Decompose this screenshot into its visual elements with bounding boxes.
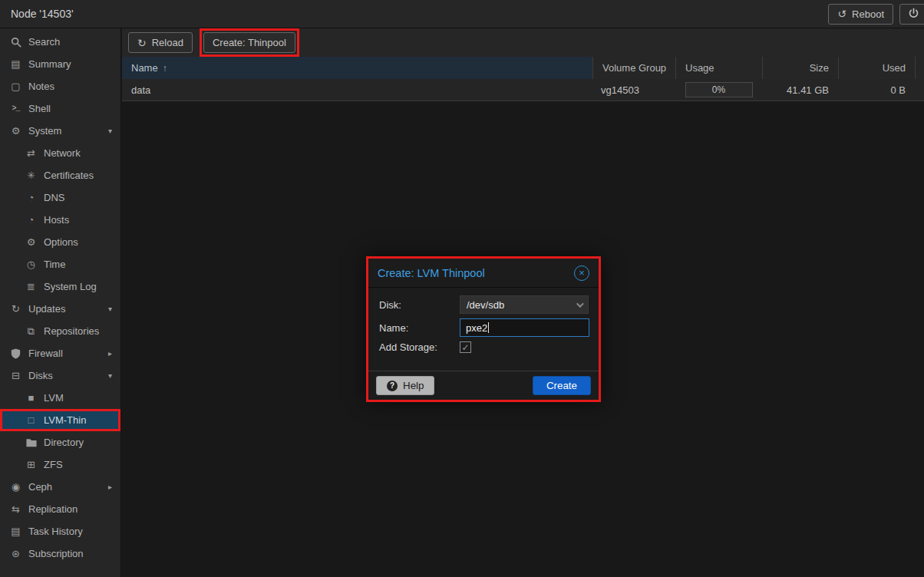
sidebar-item-summary[interactable]: ▤Summary — [0, 53, 120, 75]
sidebar-item-label: Ceph — [28, 481, 52, 493]
globe-icon: ◔ — [25, 192, 38, 203]
sidebar-item-label: Network — [44, 147, 81, 159]
reboot-icon: ↺ — [837, 8, 846, 19]
table-row[interactable]: data vg14503 0% 41.41 GB 0 B — [122, 79, 924, 101]
usage-progress-bar: 0% — [685, 82, 753, 97]
text-cursor — [488, 322, 489, 333]
name-label: Name: — [379, 322, 460, 334]
question-circle-icon: ? — [387, 381, 398, 391]
power-button[interactable] — [899, 4, 924, 25]
close-icon[interactable]: × — [574, 265, 589, 281]
search-icon — [9, 37, 22, 48]
book-icon: ▤ — [9, 58, 22, 70]
caret-right-icon: ▸ — [108, 483, 112, 491]
reload-label: Reload — [152, 37, 183, 48]
name-field-row: Name: pxe2 — [379, 318, 589, 337]
add-storage-field-row: Add Storage: ✓ — [379, 341, 589, 353]
reboot-label: Reboot — [852, 8, 884, 20]
caret-down-icon: ▾ — [108, 305, 112, 313]
sidebar-item-ceph[interactable]: ◉Ceph▸ — [0, 476, 120, 498]
sidebar-item-repositories[interactable]: ⧉Repositories — [0, 320, 120, 342]
sidebar-item-directory[interactable]: Directory — [0, 431, 120, 453]
sidebar-item-search[interactable]: Search — [0, 31, 120, 53]
dialog-footer: ? Help Create — [368, 371, 599, 400]
column-header-filler — [915, 57, 924, 79]
column-header-size[interactable]: Size — [762, 57, 838, 79]
subscription-icon: ⊛ — [9, 548, 22, 559]
sidebar-item-label: Replication — [28, 503, 78, 515]
toolbar: ↻ Reload Create: Thinpool — [122, 28, 924, 57]
square-outline-icon: □ — [25, 414, 38, 426]
name-input-value: pxe2 — [466, 322, 487, 334]
sidebar-item-label: Options — [44, 236, 78, 248]
help-label: Help — [403, 380, 424, 391]
sidebar-item-certificates[interactable]: ✳Certificates — [0, 164, 120, 186]
sidebar-item-label: Updates — [28, 303, 65, 315]
sidebar-item-task-history[interactable]: ▤Task History — [0, 520, 120, 542]
help-button[interactable]: ? Help — [376, 376, 434, 395]
create-button[interactable]: Create — [533, 376, 591, 395]
sidebar-item-updates[interactable]: ↻Updates▾ — [0, 298, 120, 320]
column-header-used[interactable]: Used — [838, 57, 915, 79]
sidebar-item-disks[interactable]: ⊟Disks▾ — [0, 364, 120, 387]
column-header-name[interactable]: Name ↑ — [122, 57, 592, 79]
certificate-icon: ✳ — [25, 170, 38, 181]
disk-field-row: Disk: /dev/sdb — [379, 295, 589, 314]
sidebar-item-lvm-thin[interactable]: □LVM-Thin — [0, 409, 120, 431]
sidebar-item-zfs[interactable]: ⊞ZFS — [0, 453, 120, 476]
refresh-icon: ↻ — [137, 38, 147, 48]
note-icon: ▢ — [9, 81, 22, 92]
sidebar-item-label: Search — [28, 36, 60, 48]
sidebar-item-label: Disks — [28, 370, 53, 381]
sidebar-item-label: Summary — [28, 58, 71, 70]
sort-ascending-icon: ↑ — [163, 63, 167, 74]
create-label: Create — [546, 380, 577, 391]
column-header-usage[interactable]: Usage — [675, 57, 762, 79]
sidebar-item-firewall[interactable]: Firewall▸ — [0, 342, 120, 364]
disk-select[interactable]: /dev/sdb — [460, 295, 589, 314]
caret-down-icon: ▾ — [108, 127, 112, 135]
terminal-icon: >_ — [9, 104, 22, 113]
create-thinpool-button[interactable]: Create: Thinpool — [203, 32, 295, 53]
top-bar: Node '14503' ↺ Reboot — [0, 0, 924, 28]
sidebar-item-subscription[interactable]: ⊛Subscription — [0, 542, 120, 565]
sidebar-item-label: Directory — [44, 437, 84, 448]
sidebar-item-system-log[interactable]: ≣System Log — [0, 275, 120, 298]
sidebar-item-label: LVM-Thin — [44, 414, 86, 426]
sidebar-item-system[interactable]: ⚙System▾ — [0, 120, 120, 142]
cell-usage: 0% — [675, 79, 762, 101]
sidebar-item-label: Firewall — [28, 348, 63, 359]
folder-icon — [25, 438, 38, 447]
sidebar-item-notes[interactable]: ▢Notes — [0, 75, 120, 97]
create-lvm-thinpool-dialog: Create: LVM Thinpool × Disk: /dev/sdb Na… — [366, 256, 601, 402]
replication-icon: ⇆ — [9, 503, 22, 515]
sidebar-item-label: Hosts — [44, 214, 69, 226]
create-thinpool-label: Create: Thinpool — [213, 37, 286, 48]
sidebar: Search▤Summary▢Notes>_Shell⚙System▾⇄Netw… — [0, 28, 121, 577]
annotation-highlight-create: Create: Thinpool — [203, 32, 295, 53]
reload-button[interactable]: ↻ Reload — [128, 32, 193, 53]
sidebar-item-dns[interactable]: ◔DNS — [0, 186, 120, 209]
proxmox-node-window: Node '14503' ↺ Reboot Search▤Summary▢Not… — [0, 0, 924, 577]
cell-volume-group: vg14503 — [592, 79, 675, 101]
add-storage-checkbox[interactable]: ✓ — [460, 341, 471, 353]
sidebar-item-time[interactable]: ◷Time — [0, 253, 120, 275]
sidebar-item-lvm[interactable]: ■LVM — [0, 387, 120, 409]
table-header: Name ↑ Volume Group Usage Size Used — [122, 57, 924, 79]
reboot-button[interactable]: ↺ Reboot — [828, 4, 893, 25]
sidebar-item-label: Subscription — [28, 548, 84, 559]
sidebar-item-network[interactable]: ⇄Network — [0, 142, 120, 164]
sidebar-item-label: Certificates — [44, 170, 94, 181]
sidebar-item-shell[interactable]: >_Shell — [0, 97, 120, 120]
dialog-header[interactable]: Create: LVM Thinpool × — [368, 259, 599, 288]
name-input[interactable]: pxe2 — [460, 318, 589, 337]
shield-icon — [9, 348, 22, 359]
power-icon — [908, 8, 919, 21]
column-header-volume-group[interactable]: Volume Group — [592, 57, 675, 79]
ceph-icon: ◉ — [9, 481, 22, 493]
sidebar-item-hosts[interactable]: ◔Hosts — [0, 209, 120, 231]
caret-down-icon: ▾ — [108, 371, 112, 380]
sidebar-item-options[interactable]: ⚙Options — [0, 231, 120, 253]
network-icon: ⇄ — [25, 147, 38, 159]
sidebar-item-replication[interactable]: ⇆Replication — [0, 498, 120, 520]
